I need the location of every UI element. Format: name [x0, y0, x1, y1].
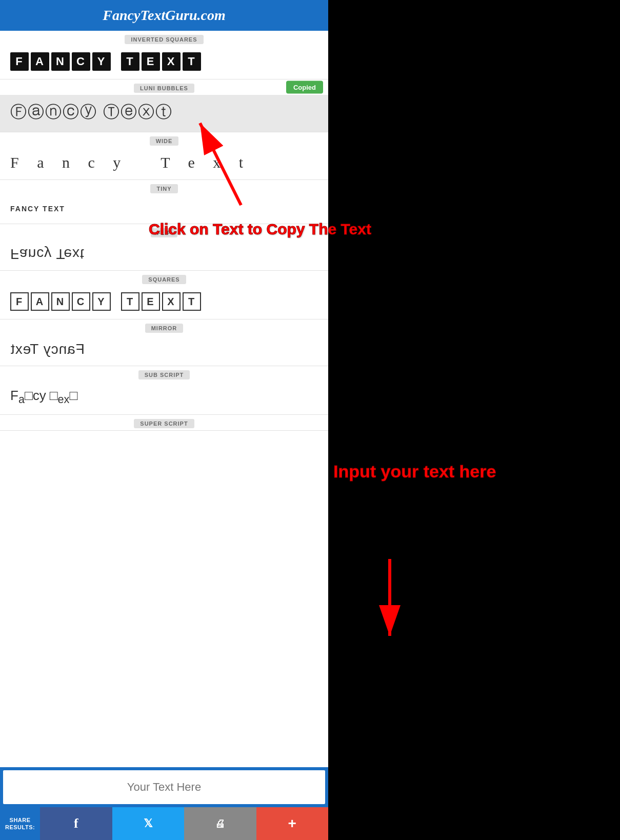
wide-text: F a n c y T e x t	[10, 154, 250, 171]
inverted-squares-text: F A N C Y T E X T	[10, 52, 201, 71]
luni-bubbles-text: Ⓕⓐⓝⓒⓨ Ⓣⓔⓧⓣ	[10, 101, 173, 124]
twitter-icon: 𝕏	[144, 817, 153, 830]
site-title: FancyTextGuru.com	[103, 7, 225, 23]
tiny-text: FANCY TEXT	[10, 205, 65, 213]
flip-text: Fancy Text	[10, 246, 85, 262]
plus-icon: +	[288, 815, 296, 832]
subscript-text: Fa□cy □ex□	[10, 388, 77, 406]
wide-text-row[interactable]: F a n c y T e x t	[0, 148, 328, 179]
style-label-squares: SQUARES	[142, 275, 186, 284]
input-annotation-text: Input your text here	[333, 462, 496, 482]
styles-list: INVERTED SQUARES F A N C Y T E X T	[0, 31, 328, 767]
facebook-share-button[interactable]: f	[40, 807, 112, 840]
style-label-row: INVERTED SQUARES	[0, 31, 328, 46]
inverted-squares-text-row[interactable]: F A N C Y T E X T	[0, 46, 328, 79]
style-label-inverted-squares: INVERTED SQUARES	[125, 35, 203, 44]
site-header: FancyTextGuru.com	[0, 0, 328, 31]
share-bar: SHARERESULTS: f 𝕏 🖨 +	[0, 807, 328, 840]
facebook-icon: f	[74, 816, 78, 831]
copied-badge: Copied	[286, 81, 323, 94]
style-block-superscript: SUPER SCRIPT	[0, 415, 328, 431]
squares-text: F A N C Y T E X T	[10, 292, 201, 311]
style-label-tiny: TINY	[150, 184, 177, 193]
twitter-share-button[interactable]: 𝕏	[112, 807, 184, 840]
share-label: SHARERESULTS:	[0, 816, 40, 831]
style-label-row-mirror: MIRROR	[0, 319, 328, 335]
style-label-row-squares: SQUARES	[0, 271, 328, 286]
mirror-text: Fancy Text	[10, 341, 85, 357]
style-label-row-superscript: SUPER SCRIPT	[0, 415, 328, 430]
click-annotation-text: Click on Text to Copy The Text	[149, 221, 371, 238]
print-icon: 🖨	[215, 818, 225, 830]
print-share-button[interactable]: 🖨	[184, 807, 256, 840]
subscript-text-row[interactable]: Fa□cy □ex□	[0, 382, 328, 414]
style-block-tiny: TINY FANCY TEXT	[0, 180, 328, 224]
style-block-subscript: SUB SCRIPT Fa□cy □ex□	[0, 366, 328, 415]
style-label-mirror: MIRROR	[145, 324, 184, 333]
style-label-row-luni: LUNI BUBBLES Copied	[0, 79, 328, 95]
style-label-superscript: SUPER SCRIPT	[134, 419, 194, 428]
style-block-inverted-squares: INVERTED SQUARES F A N C Y T E X T	[0, 31, 328, 79]
plus-share-button[interactable]: +	[256, 807, 328, 840]
style-label-wide: WIDE	[150, 136, 179, 146]
right-panel	[328, 0, 620, 840]
style-label-row-wide: WIDE	[0, 132, 328, 148]
style-label-luni-bubbles: LUNI BUBBLES	[134, 84, 194, 93]
style-label-row-tiny: TINY	[0, 180, 328, 195]
left-panel: FancyTextGuru.com INVERTED SQUARES F A N…	[0, 0, 328, 840]
squares-text-row[interactable]: F A N C Y T E X T	[0, 286, 328, 319]
style-label-subscript: SUB SCRIPT	[138, 370, 190, 379]
mirror-text-row[interactable]: Fancy Text	[0, 335, 328, 366]
style-block-mirror: MIRROR Fancy Text	[0, 319, 328, 366]
style-block-wide: WIDE F a n c y T e x t	[0, 132, 328, 180]
tiny-text-row[interactable]: FANCY TEXT	[0, 195, 328, 224]
flip-text-row[interactable]: Fancy Text	[0, 239, 328, 270]
style-block-luni-bubbles: LUNI BUBBLES Copied Ⓕⓐⓝⓒⓨ Ⓣⓔⓧⓣ	[0, 79, 328, 132]
style-block-squares: SQUARES F A N C Y T E X T	[0, 271, 328, 319]
input-area	[0, 767, 328, 807]
style-label-row-subscript: SUB SCRIPT	[0, 366, 328, 382]
text-input[interactable]	[3, 770, 325, 804]
luni-bubbles-text-row[interactable]: Ⓕⓐⓝⓒⓨ Ⓣⓔⓧⓣ	[0, 95, 328, 132]
